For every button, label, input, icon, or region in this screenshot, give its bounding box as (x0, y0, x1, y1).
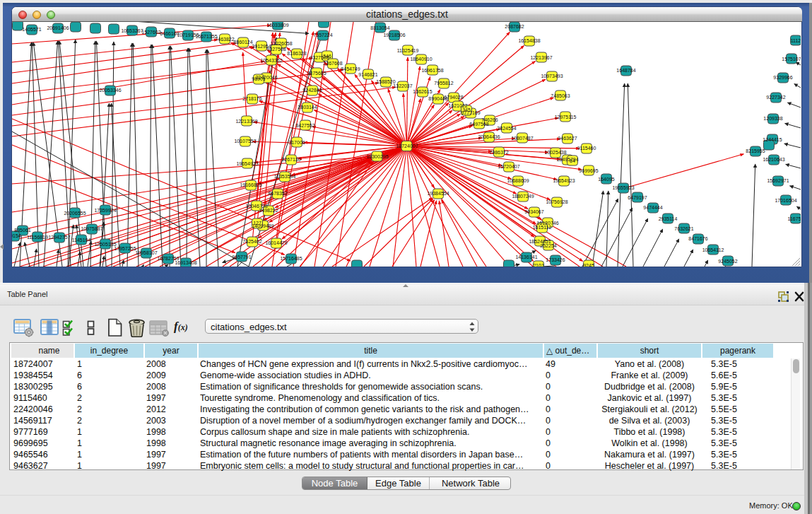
svg-text:1648784: 1648784 (616, 68, 635, 73)
svg-text:546: 546 (323, 54, 331, 59)
svg-text:16961758: 16961758 (421, 68, 443, 73)
svg-text:13226058: 13226058 (270, 41, 292, 46)
svg-text:345: 345 (462, 107, 471, 112)
svg-text:12942757: 12942757 (48, 235, 70, 240)
svg-text:10654112: 10654112 (702, 247, 724, 252)
svg-text:9463627: 9463627 (558, 136, 577, 141)
svg-text:7485063: 7485063 (551, 93, 570, 98)
svg-text:1615112: 1615112 (533, 225, 552, 230)
svg-text:2803144: 2803144 (298, 105, 317, 110)
svg-text:8860124: 8860124 (233, 40, 252, 45)
svg-text:9245: 9245 (583, 263, 594, 267)
svg-text:15716485: 15716485 (280, 256, 302, 261)
svg-text:835061: 835061 (14, 228, 30, 233)
svg-text:19654923: 19654923 (553, 178, 575, 183)
svg-text:15720407: 15720407 (498, 164, 519, 169)
svg-text:3824554: 3824554 (497, 126, 516, 131)
svg-text:10973493: 10973493 (541, 74, 563, 78)
svg-text:8678352: 8678352 (268, 191, 287, 196)
svg-text:10653267: 10653267 (121, 28, 143, 33)
svg-text:127: 127 (253, 221, 261, 226)
svg-text:9034067: 9034067 (524, 209, 543, 214)
svg-text:7955812: 7955812 (434, 81, 453, 86)
svg-text:164095: 164095 (598, 177, 614, 182)
svg-text:18724007: 18724007 (396, 144, 418, 148)
svg-text:18640910: 18640910 (410, 57, 432, 62)
svg-text:2718176: 2718176 (242, 96, 261, 101)
svg-text:9474444: 9474444 (643, 205, 662, 210)
svg-text:6497568: 6497568 (469, 122, 488, 127)
svg-text:16671355: 16671355 (195, 34, 217, 39)
svg-text:2087682: 2087682 (505, 24, 524, 29)
svg-text:11353594: 11353594 (274, 174, 296, 179)
svg-text:1527602: 1527602 (141, 30, 160, 35)
svg-text:9657791: 9657791 (232, 255, 251, 259)
svg-text:3875685: 3875685 (307, 71, 326, 76)
svg-text:1244415: 1244415 (763, 137, 782, 142)
svg-text:10688609: 10688609 (507, 178, 529, 183)
svg-text:19218506: 19218506 (383, 33, 405, 37)
svg-text:3267130: 3267130 (281, 157, 300, 162)
svg-text:9115460: 9115460 (577, 146, 596, 151)
svg-text:20206555: 20206555 (64, 211, 86, 216)
svg-text:10975887: 10975887 (81, 226, 102, 231)
svg-text:20364436: 20364436 (478, 134, 500, 139)
svg-text:8813054: 8813054 (370, 25, 389, 30)
svg-text:9227342: 9227342 (766, 95, 785, 100)
svg-text:1145194: 1145194 (72, 238, 91, 243)
svg-text:9245052: 9245052 (718, 259, 737, 264)
svg-text:18807249: 18807249 (512, 194, 534, 199)
svg-text:18300295: 18300295 (366, 154, 388, 159)
svg-text:16210643: 16210643 (763, 157, 784, 162)
svg-text:10107553: 10107553 (234, 139, 256, 144)
svg-text:7463822: 7463822 (215, 37, 234, 42)
svg-text:18495794: 18495794 (556, 157, 578, 162)
svg-text:1733426: 1733426 (546, 257, 565, 262)
svg-text:1575107: 1575107 (782, 57, 801, 62)
svg-text:20691406: 20691406 (47, 25, 69, 30)
svg-text:17957255: 17957255 (114, 246, 136, 251)
svg-text:17359924: 17359924 (94, 208, 116, 213)
svg-text:17016504: 17016504 (775, 198, 796, 203)
svg-text:19384554: 19384554 (427, 191, 449, 196)
svg-text:12505135: 12505135 (94, 242, 116, 247)
svg-text:9827508: 9827508 (266, 47, 286, 52)
svg-text:12975115: 12975115 (555, 115, 577, 119)
svg-text:16033809: 16033809 (266, 23, 288, 28)
svg-text:84: 84 (570, 158, 575, 163)
svg-text:7625402: 7625402 (242, 239, 261, 244)
svg-text:7986372: 7986372 (489, 150, 508, 155)
svg-text:2367608: 2367608 (323, 61, 342, 66)
svg-text:10958107: 10958107 (135, 250, 157, 255)
svg-text:116753: 116753 (788, 216, 801, 221)
svg-text:12213967: 12213967 (530, 55, 552, 60)
svg-text:20053346: 20053346 (99, 88, 121, 93)
svg-text:9329966: 9329966 (773, 75, 792, 80)
svg-text:11156819: 11156819 (27, 235, 48, 240)
svg-text:12213369: 12213369 (235, 119, 257, 124)
svg-text:10543362: 10543362 (260, 58, 282, 63)
svg-text:10025438: 10025438 (544, 150, 566, 155)
svg-text:1209338: 1209338 (763, 116, 782, 121)
svg-text:317006: 317006 (288, 140, 305, 145)
svg-text:16913408: 16913408 (175, 260, 196, 265)
svg-text:9699695: 9699695 (579, 168, 598, 173)
svg-text:2935114: 2935114 (659, 216, 678, 221)
svg-text:15692971: 15692971 (767, 178, 789, 183)
svg-text:39154: 39154 (12, 233, 21, 238)
svg-text:1405571: 1405571 (22, 27, 41, 32)
svg-text:9146821: 9146821 (358, 72, 377, 77)
svg-text:252254: 252254 (540, 243, 556, 248)
svg-text:8215955: 8215955 (746, 148, 765, 153)
svg-text:8454749: 8454749 (341, 66, 360, 71)
svg-text:10807487: 10807487 (511, 136, 533, 141)
svg-text:1362615: 1362615 (413, 89, 432, 94)
svg-text:14136141: 14136141 (515, 255, 537, 259)
svg-text:19166825: 19166825 (240, 182, 261, 187)
svg-text:1112: 1112 (791, 38, 801, 43)
svg-text:7632621: 7632621 (674, 226, 693, 231)
svg-text:3498222: 3498222 (259, 208, 278, 213)
svg-text:8471676: 8471676 (688, 236, 707, 241)
svg-text:19655923: 19655923 (612, 185, 634, 190)
svg-text:1322037: 1322037 (393, 83, 412, 88)
